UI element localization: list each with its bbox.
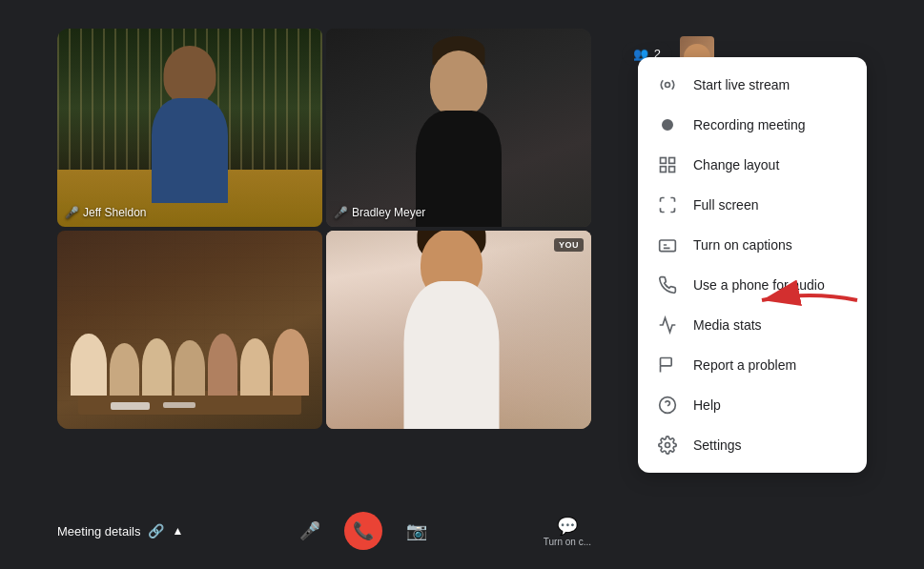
svg-rect-4 [669, 167, 675, 173]
gear-icon [657, 435, 678, 456]
menu-item-change-layout[interactable]: Change layout [638, 145, 867, 185]
name-bradley: 🎤 Bradley Meyer [334, 206, 425, 219]
svg-rect-2 [669, 158, 675, 164]
control-bar: Meeting details 🔗 ▲ 🎤 📞 📷 💬 Turn on c... [57, 512, 591, 550]
menu-label-change-layout: Change layout [693, 157, 779, 173]
menu-item-full-screen[interactable]: Full screen [638, 185, 867, 225]
svg-rect-1 [661, 158, 667, 164]
menu-label-full-screen: Full screen [693, 197, 758, 213]
menu-label-media-stats: Media stats [693, 317, 762, 333]
video-tile-jeff: 🎤 Jeff Sheldon [57, 29, 322, 227]
menu-item-help[interactable]: Help [638, 385, 867, 425]
you-badge: YOU [554, 238, 584, 252]
help-icon [657, 395, 678, 416]
captions-quick-button[interactable]: 💬 Turn on c... [544, 516, 591, 547]
mute-button[interactable]: 🎤 [291, 512, 329, 550]
svg-rect-6 [661, 358, 672, 366]
svg-point-0 [666, 83, 670, 88]
record-icon [657, 114, 678, 135]
svg-point-9 [666, 443, 670, 448]
flag-icon [657, 355, 678, 376]
menu-label-help: Help [693, 397, 721, 413]
menu-label-live-stream: Start live stream [693, 77, 790, 92]
center-controls: 🎤 📞 📷 [291, 512, 436, 550]
menu-item-live-stream[interactable]: Start live stream [638, 65, 867, 105]
camera-button[interactable]: 📷 [398, 512, 436, 550]
video-tile-woman: YOU [326, 231, 591, 429]
context-menu: Start live stream Recording meeting Chan… [638, 57, 867, 473]
audio-jeff-icon: 🎤 [65, 206, 79, 219]
video-grid: 🎤 Jeff Sheldon 🎤 Bradley Meyer [57, 29, 591, 429]
menu-label-phone-audio: Use a phone for audio [693, 277, 825, 293]
menu-item-settings[interactable]: Settings [638, 425, 867, 465]
audio-bradley-icon: 🎤 [334, 206, 348, 219]
menu-item-recording[interactable]: Recording meeting [638, 105, 867, 145]
meeting-details[interactable]: Meeting details 🔗 ▲ [57, 523, 183, 539]
svg-rect-5 [660, 240, 676, 252]
menu-item-report-problem[interactable]: Report a problem [638, 345, 867, 385]
menu-label-recording: Recording meeting [693, 117, 806, 132]
menu-item-captions[interactable]: Turn on captions [638, 225, 867, 265]
phone-icon [657, 274, 678, 295]
end-call-button[interactable]: 📞 [344, 512, 382, 550]
chevron-up-icon: ▲ [172, 524, 183, 538]
chart-icon [657, 315, 678, 335]
menu-label-settings: Settings [693, 437, 742, 453]
grid-icon [657, 154, 678, 175]
menu-item-media-stats[interactable]: Media stats [638, 305, 867, 345]
svg-rect-3 [661, 167, 667, 173]
menu-label-captions: Turn on captions [693, 237, 792, 253]
video-tile-group [57, 231, 322, 429]
menu-label-report-problem: Report a problem [693, 357, 796, 373]
name-jeff: 🎤 Jeff Sheldon [65, 206, 147, 219]
fullscreen-icon [657, 194, 678, 215]
captions-icon [657, 234, 678, 255]
broadcast-icon [657, 74, 678, 95]
video-tile-bradley: 🎤 Bradley Meyer [326, 29, 591, 227]
menu-item-phone-audio[interactable]: Use a phone for audio [638, 265, 867, 305]
link-icon: 🔗 [148, 523, 164, 539]
